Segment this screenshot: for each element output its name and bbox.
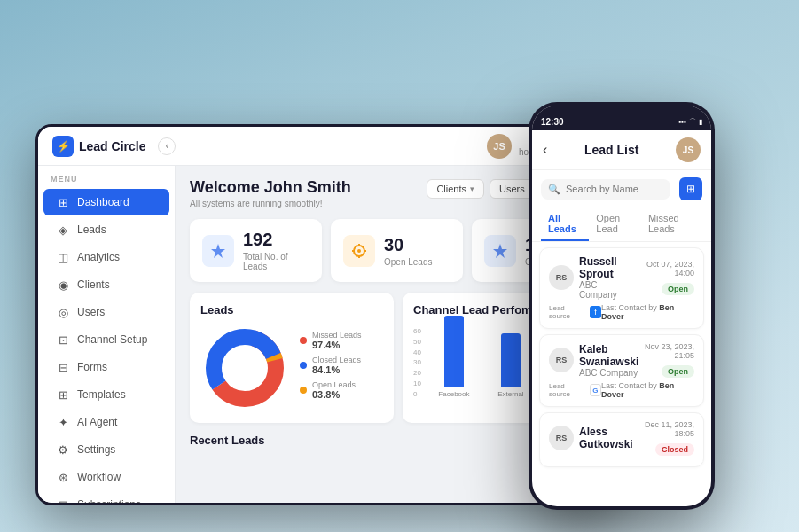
lead-2-date: Nov 23, 2023, 21:05 [640, 342, 694, 360]
dashboard-icon: ⊞ [56, 195, 70, 209]
lead-3-name: Aless Gutkowski [579, 426, 638, 450]
lead-1-source: Lead source f [549, 304, 601, 320]
open-leads-label: Open Leads [384, 257, 433, 267]
stat-card-open-leads: 30 Open Leads [331, 219, 463, 282]
open-label: Open Leads [312, 380, 356, 389]
lead-2-last-contact: Last Contact by Ben Dover [601, 381, 694, 399]
lead-2-name-row: RS Kaleb Swaniawski ABC Company [549, 343, 640, 378]
phone-filter-button[interactable]: ⊞ [679, 177, 702, 200]
sidebar-item-users[interactable]: ◎ Users [43, 299, 169, 325]
lead-1-last-contact: Last Contact by Ben Dover [601, 303, 694, 321]
y-axis: 60 50 40 30 20 10 0 [413, 327, 421, 398]
closed-info: Closed Leads 84.1% [312, 356, 361, 375]
phone-status-bar: 12:30 ▪▪▪ ⌒ ▮ [532, 106, 711, 130]
stat-open-leads-info: 30 Open Leads [384, 235, 433, 267]
sidebar-item-workflow[interactable]: ⊛ Workflow [43, 464, 169, 490]
bar-facebook-fill [444, 316, 464, 387]
tab-open-lead[interactable]: Open Lead [589, 207, 641, 241]
total-leads-value: 192 [243, 230, 309, 250]
phone-header: ‹ Lead List JS [532, 130, 711, 170]
lead-2-contact-name: Ben Dover [601, 381, 674, 399]
lead-source-label: Lead source [549, 304, 586, 320]
lead-2-source-label: Lead source [549, 382, 586, 398]
sidebar-item-channel-setup[interactable]: ⊡ Channel Setup [43, 326, 169, 353]
bar-facebook-label: Facebook [438, 390, 469, 398]
phone-tabs: All Leads Open Lead Missed Leads [532, 207, 711, 242]
phone-device: 12:30 ▪▪▪ ⌒ ▮ ‹ Lead List JS 🔍 ⊞ [529, 102, 715, 510]
phone-inner: 12:30 ▪▪▪ ⌒ ▮ ‹ Lead List JS 🔍 ⊞ [532, 106, 711, 506]
phone-title: Lead List [584, 143, 638, 157]
svg-point-1 [357, 249, 361, 253]
lead-1-badge-wrap: Open [636, 279, 694, 295]
sidebar-item-templates[interactable]: ⊞ Templates [43, 381, 169, 408]
sidebar-item-settings[interactable]: ⚙ Settings [43, 436, 169, 463]
lead-card-1[interactable]: RS Russell Sprout ABC Company Oct 07, 20… [539, 247, 704, 329]
lead-1-date: Oct 07, 2023, 14:00 [636, 260, 694, 278]
legend-closed: Closed Leads 84.1% [300, 356, 383, 375]
tab-all-leads[interactable]: All Leads [541, 207, 589, 241]
welcome-subtitle: All systems are running smoothly! [190, 199, 351, 208]
logo-area: ⚡ Lead Circle ‹ [52, 136, 176, 157]
lead-1-right: Oct 07, 2023, 14:00 Open [636, 260, 694, 295]
lead-card-3[interactable]: RS Aless Gutkowski Dec 11, 2023, 18:05 C… [539, 412, 704, 467]
y-label-0: 0 [413, 390, 421, 398]
y-label-50: 50 [413, 338, 421, 346]
sidebar-label-forms: Forms [77, 361, 107, 373]
lead-2-right: Nov 23, 2023, 21:05 Open [640, 342, 694, 378]
google-source-icon: G [590, 384, 601, 396]
sidebar: MENU ⊞ Dashboard ◈ Leads ◫ Analytics ◉ C… [38, 166, 176, 503]
legend-open: Open Leads 03.8% [300, 380, 383, 400]
sidebar-item-subscriptions[interactable]: ⊠ Subscriptions [43, 491, 169, 503]
sidebar-item-leads[interactable]: ◈ Leads [43, 216, 169, 243]
clients-filter-label: Clients [436, 184, 466, 194]
lead-2-footer: Lead source G Last Contact by Ben Dover [549, 381, 694, 399]
sidebar-label-templates: Templates [77, 388, 126, 401]
donut-chart [200, 324, 289, 412]
lead-2-info: Kaleb Swaniawski ABC Company [579, 343, 640, 378]
y-label-20: 20 [413, 369, 421, 377]
closed-pct: 84.1% [312, 364, 361, 375]
sidebar-item-forms[interactable]: ⊟ Forms [43, 354, 169, 380]
search-row: 🔍 ⊞ [541, 177, 702, 200]
missed-dot [300, 337, 307, 344]
lead-card-1-header: RS Russell Sprout ABC Company Oct 07, 20… [549, 255, 694, 300]
sidebar-item-dashboard[interactable]: ⊞ Dashboard [43, 189, 169, 215]
wifi-icon: ⌒ [689, 117, 696, 127]
battery-icon: ▮ [699, 118, 702, 126]
lead-1-name: Russell Sprout [579, 255, 636, 280]
app-name: Lead Circle [79, 139, 145, 153]
subscriptions-icon: ⊠ [56, 497, 70, 503]
back-button[interactable]: ‹ [543, 142, 547, 158]
channel-setup-icon: ⊡ [56, 332, 70, 347]
bar-external-fill [501, 333, 521, 387]
sidebar-item-analytics[interactable]: ◫ Analytics [43, 244, 169, 270]
closed-dot [300, 362, 307, 369]
user-avatar: JS [487, 134, 512, 159]
lead-card-2[interactable]: RS Kaleb Swaniawski ABC Company Nov 23, … [539, 334, 704, 407]
donut-area: Missed Leads 97.4% Closed Leads 84.1% [200, 324, 383, 412]
lead-2-source: Lead source G [549, 382, 601, 398]
open-pct: 03.8% [312, 389, 356, 400]
sidebar-label-clients: Clients [77, 278, 110, 291]
closed-leads-icon [484, 235, 516, 267]
sidebar-label-subscriptions: Subscriptions [77, 498, 141, 503]
collapse-button[interactable]: ‹ [158, 137, 176, 155]
clients-filter[interactable]: Clients ▾ [427, 179, 484, 199]
phone-time: 12:30 [541, 117, 564, 127]
tab-missed-leads[interactable]: Missed Leads [641, 207, 702, 241]
sidebar-item-clients[interactable]: ◉ Clients [43, 271, 169, 298]
leads-icon: ◈ [56, 223, 70, 237]
stat-total-leads-info: 192 Total No. of Leads [243, 230, 309, 271]
forms-icon: ⊟ [56, 360, 70, 374]
sidebar-item-ai-agent[interactable]: ✦ AI Agent [43, 409, 169, 435]
users-filter-label: Users [499, 184, 525, 194]
lead-card-3-header: RS Aless Gutkowski Dec 11, 2023, 18:05 C… [549, 420, 694, 456]
lead-card-2-header: RS Kaleb Swaniawski ABC Company Nov 23, … [549, 342, 694, 378]
y-label-10: 10 [413, 379, 421, 387]
phone-search-area: 🔍 ⊞ [532, 170, 711, 207]
lead-2-name: Kaleb Swaniawski [579, 343, 640, 368]
clients-icon: ◉ [56, 278, 70, 292]
search-input[interactable] [566, 184, 663, 194]
lead-3-badge-wrap: Closed [638, 440, 694, 456]
sidebar-label-workflow: Workflow [77, 471, 121, 483]
